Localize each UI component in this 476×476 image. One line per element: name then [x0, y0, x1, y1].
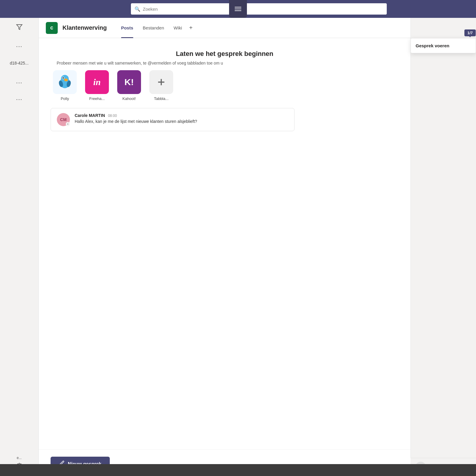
message-time: 08:00 [108, 114, 117, 118]
kahoot-label: Kahoot! [123, 96, 136, 101]
app-kahoot[interactable]: K! Kahoot! [115, 70, 143, 101]
app-icons-row: Polly in Freeha... K! Kahoot! [51, 70, 399, 101]
avatar-status [66, 122, 70, 126]
tab-wiki[interactable]: Wiki [169, 18, 187, 38]
message-author: Carole MARTIN [75, 113, 105, 118]
sidebar-channel-item[interactable]: d18-425... [5, 58, 33, 68]
sidebar-filter[interactable] [16, 24, 23, 32]
dark-bottom-bar [0, 464, 476, 476]
empty-state-heading: Laten we het gesprek beginnen [51, 50, 399, 58]
tab-posts[interactable]: Posts [116, 18, 138, 38]
callout-panel: 1/7 Gesprek voeren [411, 38, 476, 53]
kahoot-icon-box: K! [117, 70, 141, 94]
search-input[interactable] [143, 7, 383, 12]
add-label: Tabbla... [154, 96, 168, 101]
app-add[interactable]: Tabbla... [147, 70, 176, 101]
posts-scroll-area: Laten we het gesprek beginnen Probeer me… [39, 38, 411, 449]
channel-title: Klantenwerving [62, 24, 107, 31]
channel-tabs: Posts Bestanden Wiki + [116, 18, 195, 38]
svg-point-5 [62, 77, 64, 79]
message-body: Carole MARTIN 08:00 Hallo Alex, kan je m… [75, 113, 288, 126]
message-text: Hallo Alex, kan je me de lijst met nieuw… [75, 119, 288, 124]
search-bar[interactable]: 🔍 [131, 3, 387, 15]
sidebar-dots-1[interactable]: ... [16, 41, 22, 49]
svg-marker-0 [16, 25, 22, 30]
empty-state-description: Probeer mensen met wie u wilt samenwerke… [51, 61, 229, 65]
add-icon-box [149, 70, 173, 94]
freehand-label: Freeha... [89, 96, 105, 101]
sidebar: ... d18-425... ... ... e... [0, 18, 39, 476]
search-icon: 🔍 [134, 6, 140, 12]
message-header: Carole MARTIN 08:00 [75, 113, 288, 118]
hamburger-menu[interactable] [229, 0, 247, 18]
freehand-logo-text: in [93, 77, 101, 87]
message-card: CM Carole MARTIN 08:00 Hallo Alex, kan j… [51, 108, 295, 131]
sidebar-bottom-label: e... [17, 456, 22, 460]
hamburger-icon [235, 7, 241, 11]
freehand-icon-box: in [85, 70, 109, 94]
kahoot-logo-text: K! [124, 77, 134, 87]
app-polly[interactable]: Polly [51, 70, 79, 101]
sidebar-dots-3[interactable]: ... [16, 94, 22, 102]
posts-panel: c Klantenwerving Posts Bestanden Wiki + … [39, 18, 411, 476]
callout-badge: 1/7 [464, 29, 476, 36]
svg-point-11 [68, 124, 68, 125]
tab-bestanden[interactable]: Bestanden [138, 18, 169, 38]
polly-icon-box [53, 70, 77, 94]
sidebar-dots-2[interactable]: ... [16, 77, 22, 85]
main-content: c Klantenwerving Posts Bestanden Wiki + … [39, 18, 476, 476]
top-bar: 🔍 [0, 0, 476, 18]
app-freehand[interactable]: in Freeha... [83, 70, 111, 101]
callout-title: Gesprek voeren [416, 43, 471, 48]
add-tab-button[interactable]: + [187, 18, 195, 38]
avatar-cm: CM [57, 113, 70, 126]
channel-item-name: d18-425... [10, 61, 29, 65]
channel-header: c Klantenwerving Posts Bestanden Wiki + [39, 18, 411, 38]
polly-label: Polly [61, 96, 69, 101]
channel-logo: c [46, 22, 58, 34]
empty-state: Laten we het gesprek beginnen Probeer me… [51, 50, 399, 65]
filter-icon [16, 24, 23, 32]
